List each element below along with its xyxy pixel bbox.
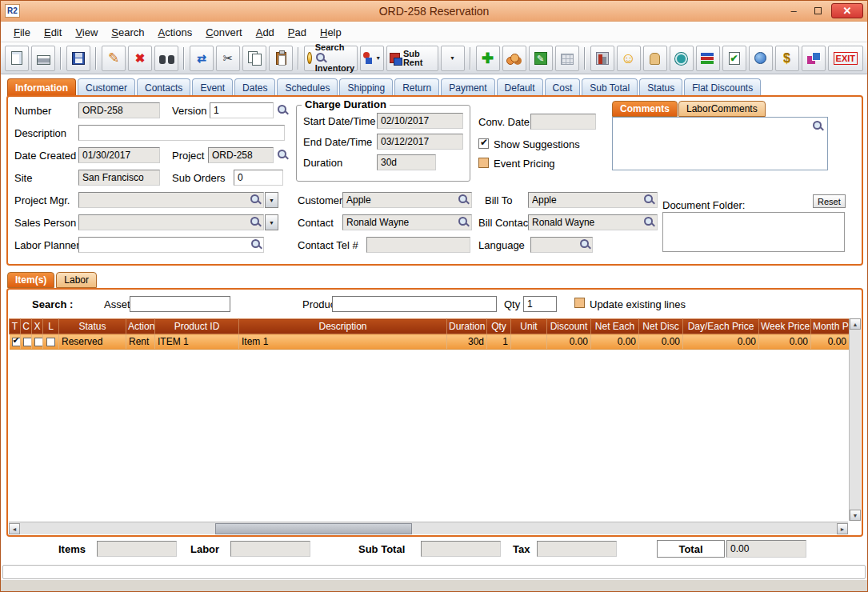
tab-information[interactable]: Information [7,78,76,96]
vertical-scrollbar[interactable]: ▲ ▼ [849,318,861,521]
package-button[interactable] [802,46,826,71]
tab-items[interactable]: Item(s) [7,272,54,288]
col-action[interactable]: Action [126,319,155,334]
bill-to-lookup-icon[interactable] [643,194,655,206]
tab-dates[interactable]: Dates [234,78,275,96]
project-mgr-field[interactable] [78,192,264,208]
sub-total-field[interactable] [421,541,501,557]
scroll-up-button[interactable]: ▲ [850,318,861,330]
contact-tel-field[interactable] [366,237,470,253]
customer-field[interactable] [342,192,472,208]
col-status[interactable]: Status [59,319,126,334]
tab-comments[interactable]: Comments [612,101,678,117]
save-button[interactable] [66,46,90,71]
product-input[interactable] [332,296,497,312]
menu-actions[interactable]: Actions [152,24,199,41]
horizontal-scrollbar[interactable]: ◄ ► [9,522,848,534]
t-checkbox[interactable] [12,338,21,346]
maximize-button[interactable] [807,4,828,18]
duration-field[interactable] [377,154,436,170]
menu-view[interactable]: View [69,24,104,41]
cell-description[interactable]: Item 1 [239,334,447,350]
col-week-price[interactable]: Week Price [759,319,811,334]
tab-flat-discounts[interactable]: Flat Discounts [684,78,761,96]
cell-action[interactable]: Rent [126,334,155,350]
menu-search[interactable]: Search [105,24,150,41]
tab-event[interactable]: Event [192,78,233,96]
col-l[interactable]: L [43,319,59,334]
minimize-button[interactable]: – [783,4,804,18]
date-created-field[interactable] [78,147,160,163]
currency-globe-button[interactable] [749,46,773,71]
clock-button[interactable] [670,46,694,71]
paste-button[interactable] [269,46,293,71]
project-lookup-icon[interactable] [277,149,289,161]
convert-button[interactable]: ⇄ [190,46,214,71]
tab-default[interactable]: Default [497,78,543,96]
event-pricing-checkbox[interactable] [478,158,489,168]
copy-button[interactable] [242,46,266,71]
cell-net-disc[interactable]: 0.00 [639,334,683,350]
project-mgr-lookup-icon[interactable] [250,194,262,206]
start-date-field[interactable] [377,113,463,129]
contact-field[interactable] [342,214,472,230]
sub-rent-menu-button[interactable]: ▼ [441,46,465,71]
tab-customer[interactable]: Customer [78,78,135,96]
bill-to-field[interactable] [528,192,658,208]
col-c[interactable]: C [21,319,32,334]
cell-product-id[interactable]: ITEM 1 [155,334,239,350]
title-bar[interactable]: R2 ORD-258 Reservation – ✕ [1,1,867,22]
tab-labor-comments[interactable]: LaborComments [678,101,766,117]
sales-person-lookup-icon[interactable] [250,216,262,228]
hand-button[interactable] [643,46,667,71]
cell-week-price[interactable]: 0.00 [759,334,811,350]
tab-sub-total[interactable]: Sub Total [582,78,638,96]
cell-duration[interactable]: 30d [447,334,487,350]
update-existing-lines-checkbox[interactable] [574,298,585,308]
delete-button[interactable]: ✖ [128,46,152,71]
bill-contact-field[interactable] [528,214,658,230]
col-day-each-price[interactable]: Day/Each Price [683,319,759,334]
add-item-button[interactable]: ✚ [476,46,500,71]
edit-button[interactable]: ✎ [102,46,126,71]
notes-button[interactable]: ✎ [529,46,553,71]
tab-return[interactable]: Return [394,78,439,96]
checklist-button[interactable]: ✔ [722,46,746,71]
labor-total-field[interactable] [230,541,310,557]
new-button[interactable] [5,46,29,71]
billing-button[interactable]: $ [775,46,799,71]
sub-rent-button[interactable]: Sub Rent [386,46,438,71]
scroll-right-button[interactable]: ► [837,523,848,534]
c-checkbox[interactable] [23,338,32,346]
menu-edit[interactable]: Edit [38,24,68,41]
col-x[interactable]: X [32,319,43,334]
cell-unit[interactable] [511,334,547,350]
sub-orders-field[interactable] [234,170,283,186]
scroll-down-button[interactable]: ▼ [850,510,861,521]
cut-button[interactable]: ✂ [216,46,240,71]
qty-input[interactable] [523,296,557,312]
menu-convert[interactable]: Convert [199,24,249,41]
col-qty[interactable]: Qty [487,319,511,334]
tab-labor[interactable]: Labor [56,272,97,288]
end-date-field[interactable] [377,134,463,150]
scroll-left-button[interactable]: ◄ [9,523,20,534]
version-field[interactable] [210,102,274,118]
cell-day-each-price[interactable]: 0.00 [683,334,759,350]
labor-planner-lookup-icon[interactable] [250,238,262,250]
scrollbar-thumb[interactable] [215,523,412,534]
comments-lookup-icon[interactable] [812,120,824,132]
reset-button[interactable]: Reset [813,194,846,208]
tax-field[interactable] [537,541,617,557]
cell-discount[interactable]: 0.00 [547,334,591,350]
tab-payment[interactable]: Payment [441,78,494,96]
cell-status[interactable]: Reserved [59,334,126,350]
version-lookup-icon[interactable] [277,104,289,116]
cell-qty[interactable]: 1 [487,334,511,350]
show-suggestions-checkbox[interactable] [478,138,489,149]
cell-net-each[interactable]: 0.00 [591,334,639,350]
document-folder-box[interactable] [662,212,845,252]
col-net-disc[interactable]: Net Disc [639,319,683,334]
company-button[interactable] [590,46,614,71]
project-field[interactable] [208,147,274,163]
